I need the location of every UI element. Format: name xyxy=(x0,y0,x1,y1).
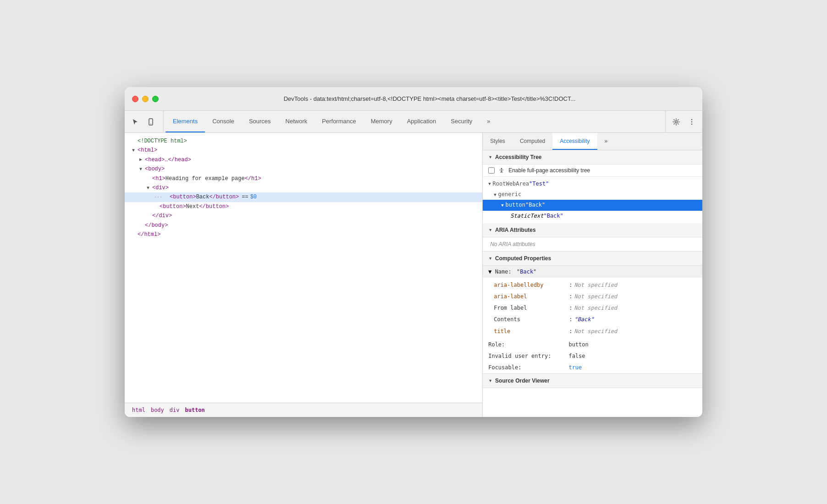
right-panel-tabs: Styles Computed Accessibility » xyxy=(483,133,702,150)
dom-line-div-open[interactable]: ▼ <div> xyxy=(125,183,482,192)
settings-icon[interactable] xyxy=(669,115,683,129)
accessibility-tree-header[interactable]: ▼ Accessibility Tree xyxy=(483,150,702,164)
right-tab-computed[interactable]: Computed xyxy=(513,133,552,150)
svg-point-1 xyxy=(150,123,151,124)
right-panel: Styles Computed Accessibility » ▼ Access… xyxy=(483,133,702,417)
tab-performance[interactable]: Performance xyxy=(314,111,363,132)
source-order-header[interactable]: ▼ Source Order Viewer xyxy=(483,374,702,388)
aria-attributes-section: ▼ ARIA Attributes No ARIA attributes xyxy=(483,223,702,252)
prop-invalid: Invalid user entry: : false xyxy=(483,351,702,362)
prop-focusable: Focusable: : true xyxy=(483,362,702,373)
tab-elements[interactable]: Elements xyxy=(165,111,205,132)
a11y-node-button-back[interactable]: ▼ button "Back" xyxy=(483,200,702,210)
dom-line-button-next[interactable]: <button>Next</button> xyxy=(125,202,482,211)
prop-contents: Contents : "Back" xyxy=(483,314,702,325)
aria-attributes-arrow: ▼ xyxy=(488,228,492,232)
svg-point-4 xyxy=(691,121,692,122)
main-content: <!DOCTYPE html> ▼ <html> ▶ <head>…</head… xyxy=(125,133,702,417)
prop-from-label: From label : Not specified xyxy=(483,302,702,314)
dom-tree[interactable]: <!DOCTYPE html> ▼ <html> ▶ <head>…</head… xyxy=(125,133,482,403)
aria-attributes-label: ARIA Attributes xyxy=(495,227,535,233)
dom-line-div-close[interactable]: </div> xyxy=(125,211,482,220)
devtools-window: DevTools - data:text/html;charset=utf-8,… xyxy=(125,87,702,417)
tab-application[interactable]: Application xyxy=(400,111,444,132)
dom-line-button-back[interactable]: ··· <button>Back</button> == $0 xyxy=(125,192,482,202)
source-order-section: ▼ Source Order Viewer xyxy=(483,374,702,388)
no-aria-attributes: No ARIA attributes xyxy=(483,237,702,251)
tab-memory[interactable]: Memory xyxy=(364,111,400,132)
svg-point-5 xyxy=(691,123,692,124)
aria-attributes-header[interactable]: ▼ ARIA Attributes xyxy=(483,223,702,237)
a11y-node-root[interactable]: ▼ RootWebArea "Test" xyxy=(483,179,702,189)
mobile-icon[interactable] xyxy=(144,115,158,129)
prop-title: title : Not specified xyxy=(483,326,702,337)
more-options-icon[interactable] xyxy=(685,115,699,129)
computed-props-list: aria-labelledby : Not specified aria-lab… xyxy=(483,278,702,339)
dom-line-doctype: <!DOCTYPE html> xyxy=(125,137,482,146)
tab-sources[interactable]: Sources xyxy=(242,111,278,132)
prop-aria-label: aria-label : Not specified xyxy=(483,291,702,302)
accessibility-panel: ▼ Accessibility Tree Enable full-page ac… xyxy=(483,150,702,417)
toolbar-icons xyxy=(128,111,164,132)
dom-line-h1[interactable]: <h1>Heading for example page</h1> xyxy=(125,174,482,183)
breadcrumb-html[interactable]: html xyxy=(130,406,147,414)
toolbar-right xyxy=(665,111,699,132)
minimize-button[interactable] xyxy=(142,96,149,102)
window-title: DevTools - data:text/html;charset=utf-8,… xyxy=(164,95,695,102)
prop-aria-labelledby: aria-labelledby : Not specified xyxy=(483,279,702,291)
right-tab-styles[interactable]: Styles xyxy=(483,133,513,150)
close-button[interactable] xyxy=(132,96,138,102)
breadcrumb: html body div button xyxy=(125,403,482,417)
a11y-node-statictext-back[interactable]: StaticText "Back" xyxy=(483,211,702,221)
prop-role: Role: : button xyxy=(483,339,702,351)
traffic-lights xyxy=(132,96,159,102)
enable-a11y-label: Enable full-page accessibility tree xyxy=(508,167,590,174)
computed-properties-section: ▼ Computed Properties ▼ Name: "Back" ari… xyxy=(483,252,702,374)
svg-point-2 xyxy=(675,121,678,123)
breadcrumb-body[interactable]: body xyxy=(149,406,166,414)
tab-console[interactable]: Console xyxy=(205,111,242,132)
enable-checkbox-row: Enable full-page accessibility tree xyxy=(483,164,702,177)
toolbar: Elements Console Sources Network Perform… xyxy=(125,111,702,133)
computed-properties-arrow: ▼ xyxy=(488,256,492,261)
cursor-icon[interactable] xyxy=(128,115,142,129)
accessibility-icon xyxy=(498,167,505,174)
titlebar: DevTools - data:text/html;charset=utf-8,… xyxy=(125,87,702,111)
a11y-node-generic[interactable]: ▼ generic xyxy=(483,189,702,200)
accessibility-tree-label: Accessibility Tree xyxy=(495,154,541,160)
source-order-label: Source Order Viewer xyxy=(495,378,550,384)
dom-line-head[interactable]: ▶ <head>…</head> xyxy=(125,155,482,164)
breadcrumb-button[interactable]: button xyxy=(183,406,207,414)
dom-line-html-close[interactable]: </html> xyxy=(125,230,482,239)
source-order-arrow: ▼ xyxy=(488,378,492,383)
computed-name-row: ▼ Name: "Back" xyxy=(483,266,702,278)
tab-security[interactable]: Security xyxy=(443,111,480,132)
svg-point-3 xyxy=(691,119,692,120)
accessibility-tree-arrow: ▼ xyxy=(488,155,492,159)
computed-properties-label: Computed Properties xyxy=(495,255,551,262)
maximize-button[interactable] xyxy=(152,96,159,102)
breadcrumb-div[interactable]: div xyxy=(168,406,182,414)
enable-a11y-checkbox[interactable] xyxy=(488,167,495,174)
main-tabs: Elements Console Sources Network Perform… xyxy=(165,111,663,132)
tab-more[interactable]: » xyxy=(480,111,497,132)
dom-line-body-close[interactable]: </body> xyxy=(125,221,482,230)
accessibility-tree: ▼ RootWebArea "Test" ▼ generic ▼ button … xyxy=(483,177,702,223)
computed-properties-header[interactable]: ▼ Computed Properties xyxy=(483,252,702,266)
dom-panel: <!DOCTYPE html> ▼ <html> ▶ <head>…</head… xyxy=(125,133,483,417)
dom-line-body-open[interactable]: ▼ <body> xyxy=(125,164,482,174)
right-tab-accessibility[interactable]: Accessibility xyxy=(552,133,597,150)
dom-line-html-open[interactable]: ▼ <html> xyxy=(125,146,482,155)
svg-point-6 xyxy=(501,168,502,170)
right-tab-more[interactable]: » xyxy=(597,133,615,150)
tab-network[interactable]: Network xyxy=(278,111,315,132)
